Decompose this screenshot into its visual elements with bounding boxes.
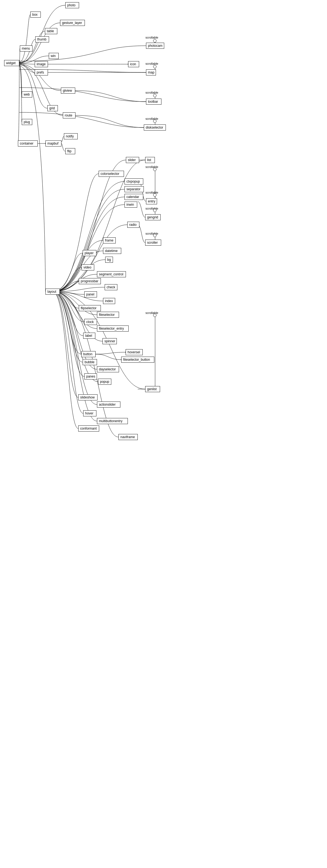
scrollable-label-sc4: scrollable [145,117,158,120]
node-panes: panes [84,373,97,379]
node-grid: grid [48,105,58,111]
node-separator: separator [124,186,144,192]
scrollable-circle-circ5 [153,168,156,171]
node-diskselector: diskselector [144,124,166,130]
node-label-check: check [107,285,115,289]
scrollable-circle-circ3 [153,94,156,97]
node-bubble: bubble [83,359,97,365]
scrollable-label-sc5: scrollable [145,165,158,168]
scrollable-circle-circ7 [153,209,156,212]
node-label-grid: grid [49,106,55,110]
node-label-inwin: inwin [126,203,134,207]
node-slideshow: slideshow [78,394,97,400]
node-label-popup: popup [100,380,109,383]
node-hoversel: hoversel [126,349,143,355]
scrollable-circle-circ9 [153,314,156,317]
node-naviframe: naviframe [118,434,138,440]
node-label-win: win [51,54,56,58]
node-label-separator: separator [126,187,141,191]
node-label-calendar: calendar [126,195,139,199]
node-label-slideshow: slideshow [80,396,95,399]
node-label-glview: glview [63,89,72,93]
node-box: box [30,11,41,18]
node-toolbar: toolbar [146,99,161,105]
node-container: container [18,141,38,147]
node-label-ctxpopup: ctxpopup [126,180,140,183]
node-label-fileselector_entry: fileselector_entry [99,327,124,331]
node-radio: radio [127,222,139,228]
node-spinner: spinner [102,338,117,344]
node-layout: layout [46,288,60,294]
scrollable-label-sc6: scrollable [145,191,158,194]
node-colorselector: colorselector [99,171,124,177]
node-scroller: scroller [145,240,161,246]
node-label-radio: radio [129,223,137,227]
node-label-flip: flip [67,149,71,153]
node-label-frame: frame [105,239,114,242]
scrollable-circle-circ1 [153,39,156,42]
node-photocam: photocam [146,43,164,49]
node-hover: hover [83,410,96,416]
node-label-list: list [147,158,151,162]
node-photo: photo [65,2,79,8]
node-notify: notify [64,133,78,140]
scrollable-circle-circ6 [153,193,156,197]
node-label-thumb: thumb [37,37,46,41]
node-label-plug: plug [24,120,30,124]
node-thumb: thumb [35,36,49,42]
node-table: table [45,28,57,34]
node-label-multibuttonentry: multibuttonentry [99,419,122,423]
scrollable-label-sc9: scrollable [145,311,158,314]
node-list: list [145,157,155,163]
node-label-fileselector_button: fileselector_button [123,358,150,362]
node-label-button: button [83,352,92,356]
node-label-datetime: datetime [105,249,118,253]
node-clock: clock [84,319,97,325]
node-label-box: box [32,13,37,17]
node-multibuttonentry: multibuttonentry [97,418,128,424]
node-label-genlist: genlist [147,387,157,391]
scrollable-label-sc3: scrollable [145,91,158,94]
node-label-layout: layout [48,290,56,293]
node-gengrid: gengrid [145,214,160,220]
scrollable-label-sc2: scrollable [145,62,158,65]
node-slider: slider [126,157,139,163]
node-label-icon: icon [130,62,136,66]
node-label-index: index [105,299,113,303]
node-label-route: route [65,114,72,117]
node-route: route [63,112,76,118]
node-panel: panel [84,291,97,298]
node-label-map: map [148,70,154,74]
node-fileselector_entry: fileselector_entry [97,326,129,332]
node-label-table: table [47,29,54,33]
node-index: index [103,298,115,304]
node-label-segment_control: segment_control [99,272,123,276]
node-flip: flip [65,148,75,154]
node-check: check [105,284,117,290]
node-glview: glview [61,88,75,94]
node-button: button [81,351,96,357]
node-plug: plug [22,119,32,125]
node-label-slider: slider [128,158,136,162]
node-actionslider: actionslider [97,402,120,408]
node-label-image: image [37,62,46,66]
node-prefs: prefs [35,69,48,75]
node-video: video [82,265,94,271]
node-label-gesture_layer: gesture_layer [62,21,82,25]
node-label-gengrid: gengrid [147,215,158,219]
node-label-player: player [85,251,94,255]
node-frame: frame [103,237,116,243]
node-label-conformant: conformant [80,427,97,430]
node-label-panes: panes [86,374,95,378]
node-fileselector_button: fileselector_button [121,356,154,363]
node-popup: popup [98,379,111,385]
node-entry: entry [146,198,157,204]
node-label-bg: bg [107,258,111,261]
node-label-hover: hover [85,411,93,415]
node-image: image [35,61,48,67]
node-label-widget: widget [6,61,16,65]
node-label-dayselector: dayselector [99,367,116,371]
node-label-actionslider: actionslider [99,403,116,406]
node-label-diskselector: diskselector [146,126,163,129]
node-label-label: label [85,334,92,338]
